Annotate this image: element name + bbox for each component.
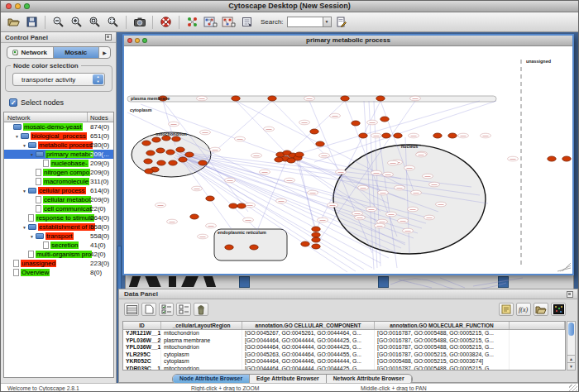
table-cell[interactable]: YKR052C: [123, 358, 161, 366]
tree-row-multi-organism-pro[interactable]: multi-organism pro42(0): [4, 250, 113, 259]
tree-row-macromolecule[interactable]: macromolecule311(0): [4, 177, 113, 186]
table-cell[interactable]: [GO:0016787, GO:0005488, GO:0005215, G..…: [375, 337, 510, 345]
table-row[interactable]: YKR052Ccytoplasm[GO:0044464, GO:0044446,…: [123, 358, 565, 366]
tree-row-mosaic-demo-yeast[interactable]: mosaic-demo-yeast874(0): [4, 122, 113, 131]
tree-row-cellular-process[interactable]: ▼cellular process614(0): [4, 186, 113, 195]
zoom-fit-button[interactable]: [104, 14, 122, 31]
scroll-up-arrow[interactable]: ▲: [567, 355, 575, 362]
resize-grip[interactable]: [569, 385, 577, 392]
select-nodes-checkbox[interactable]: ✓: [9, 98, 17, 107]
tree-row-response-to-stimulu[interactable]: response to stimulu264(0): [4, 213, 113, 222]
network-window-titlebar[interactable]: primary metabolic process: [124, 36, 572, 46]
table-cell[interactable]: mitochondrion: [161, 366, 242, 370]
column-header[interactable]: annotation.GO CELLULAR_COMPONENT: [242, 322, 375, 329]
zoom-in-button[interactable]: [68, 14, 85, 31]
tree-col-network[interactable]: Network: [7, 114, 31, 122]
select-all-attributes-button[interactable]: [159, 303, 174, 316]
tree-col-nodes[interactable]: Nodes: [90, 114, 108, 122]
tree-row-metabolic-process[interactable]: ▼metabolic process280(0): [4, 141, 113, 150]
table-cell[interactable]: [GO:0016787, GO:0005488, GO:0005215, G..…: [375, 330, 510, 337]
table-cell[interactable]: YJR121W__1: [123, 330, 161, 337]
tab-mosaic[interactable]: Mosaic: [54, 47, 100, 58]
search-input[interactable]: ▼: [287, 17, 332, 27]
tree-row-cellular-metabol[interactable]: cellular metabol209(0): [4, 195, 113, 204]
tree-row-overview[interactable]: Overview8(0): [4, 268, 113, 277]
tree-row-establishment-of-lo[interactable]: ▼establishment of lo558(0): [4, 222, 113, 232]
tree-row-transport[interactable]: ▼transport558(0): [4, 232, 113, 241]
table-cell[interactable]: [GO:0044464, GO:0044444, GO:0044425, G..…: [242, 337, 375, 345]
table-row[interactable]: YJR121W__1mitochondrion[GO:0045267, GO:0…: [123, 330, 565, 337]
expander-icon[interactable]: ▼: [28, 152, 36, 157]
table-cell[interactable]: [GO:0016787, GO:0005215, GO:0003824, G..…: [375, 351, 510, 359]
table-row[interactable]: YLR295Ccytoplasm[GO:0045263, GO:0044464,…: [123, 351, 565, 359]
search-options-button[interactable]: [333, 14, 350, 31]
table-cell[interactable]: cytoplasm: [161, 351, 242, 359]
destroy-network-view-button[interactable]: [220, 14, 237, 31]
open-file-button[interactable]: [5, 14, 22, 31]
table-cell[interactable]: plasma membrane: [161, 337, 242, 345]
change-attributes-button[interactable]: [124, 303, 139, 316]
attribute-notes-button[interactable]: [499, 303, 514, 316]
attribute-matrix-button[interactable]: [551, 303, 566, 316]
table-cell[interactable]: [GO:0005488, GO:0005215, GO:0003674]: [375, 358, 510, 366]
scroll-down-arrow[interactable]: ▼: [567, 362, 575, 370]
tree-row-unassigned[interactable]: unassigned223(0): [4, 259, 113, 268]
background-window-fragment[interactable]: [125, 274, 574, 289]
column-header[interactable]: ID: [123, 322, 161, 329]
delete-attribute-button[interactable]: [194, 303, 208, 316]
snapshot-camera-button[interactable]: [131, 14, 148, 31]
table-cell[interactable]: [GO:0045267, GO:0045261, GO:0044464, G..…: [242, 330, 375, 337]
expander-icon[interactable]: ▼: [21, 225, 28, 230]
unselect-all-attributes-button[interactable]: [176, 303, 191, 316]
tree-row-cell-communicat[interactable]: cell communicat22(0): [4, 204, 113, 213]
table-cell[interactable]: cytoplasm: [161, 358, 242, 366]
tree-row-biological-process[interactable]: ▼biological_process651(0): [4, 131, 113, 141]
zoom-selected-button[interactable]: [86, 14, 103, 31]
table-cell[interactable]: [GO:0016787, GO:0005488, GO:0005215, G..…: [375, 366, 510, 370]
table-row[interactable]: YDR039C__1mitochondrion[GO:0044464, GO:0…: [123, 366, 565, 370]
network-canvas[interactable]: plasma membranecytoplasmmitochondrionnuc…: [124, 46, 572, 274]
import-attributes-button[interactable]: [534, 303, 548, 316]
help-lifering-button[interactable]: [157, 14, 175, 31]
table-row[interactable]: YPL036W__1mitochondrion[GO:0044464, GO:0…: [123, 344, 565, 351]
table-cell[interactable]: [GO:0044464, GO:0044444, GO:0044425, G..…: [242, 344, 375, 351]
table-cell[interactable]: mitochondrion: [161, 330, 242, 337]
tree-row-secretion[interactable]: secretion41(0): [4, 241, 113, 250]
tree-row-nitrogen-compo[interactable]: nitrogen compo209(0): [4, 168, 113, 177]
table-cell[interactable]: mitochondrion: [161, 344, 242, 351]
float-panel-icon[interactable]: [105, 34, 112, 41]
tree-row-primary-metabo[interactable]: ▼primary metabo209(...: [4, 150, 113, 159]
column-header[interactable]: annotation.GO MOLECULAR_FUNCTION: [375, 322, 510, 329]
save-button[interactable]: [23, 14, 41, 31]
expander-icon[interactable]: ▼: [28, 234, 36, 239]
table-cell[interactable]: YLR295C: [123, 351, 161, 359]
create-attribute-button[interactable]: [141, 303, 156, 316]
tree-row-nucleobase-[interactable]: nucleobase-209(0): [4, 159, 113, 168]
table-cell[interactable]: [GO:0045263, GO:0044464, GO:0044455, G..…: [242, 351, 375, 359]
function-builder-button[interactable]: f(x): [516, 303, 531, 316]
table-cell[interactable]: YDR039C__1: [123, 366, 161, 370]
tab-overflow-button[interactable]: ▶: [99, 47, 110, 58]
select-stepper-icon[interactable]: ▲▼: [93, 74, 103, 84]
table-row[interactable]: YPL036W__2plasma membrane[GO:0044464, GO…: [123, 337, 565, 345]
float-panel-icon[interactable]: [567, 291, 573, 298]
search-text-field[interactable]: [289, 18, 322, 26]
table-cell[interactable]: [GO:0016787, GO:0005488, GO:0005215, G..…: [375, 344, 510, 351]
tab-network[interactable]: Network: [7, 47, 54, 58]
expander-icon[interactable]: ▼: [21, 189, 28, 194]
table-cell[interactable]: YPL036W__2: [123, 337, 161, 345]
expander-icon[interactable]: ▼: [13, 134, 21, 139]
scrollbar-thumb[interactable]: [568, 323, 574, 336]
create-network-view-button[interactable]: [202, 14, 219, 31]
table-scrollbar[interactable]: ▲ ▼: [567, 321, 576, 370]
search-dropdown-button[interactable]: ▼: [323, 17, 331, 26]
table-cell[interactable]: YPL036W__1: [123, 344, 161, 351]
expander-icon[interactable]: ▼: [21, 143, 28, 148]
annotation-button[interactable]: [238, 14, 256, 31]
import-network-button[interactable]: [184, 14, 201, 31]
table-cell[interactable]: [GO:0044464, GO:0044446, GO:0044444, G..…: [242, 358, 375, 366]
column-header[interactable]: _cellularLayoutRegion: [161, 322, 242, 329]
node-color-select[interactable]: transporter activity ▲▼: [12, 73, 105, 86]
zoom-out-button[interactable]: [50, 14, 67, 31]
table-cell[interactable]: [GO:0044464, GO:0044444, GO:0044425, G..…: [242, 366, 375, 370]
